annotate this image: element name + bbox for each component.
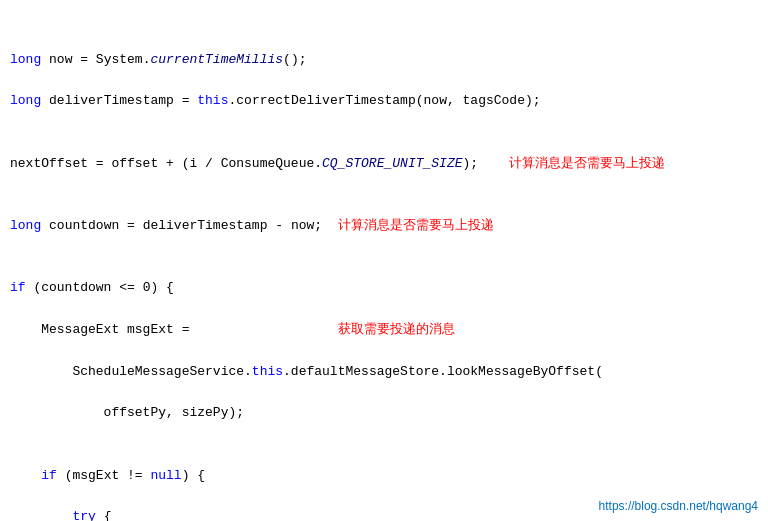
code-line-9: MessageExt msgExt = 获取需要投递的消息 [10, 320, 758, 341]
code-line-4: nextOffset = offset + (i / ConsumeQueue.… [10, 154, 758, 175]
code-line-13: if (msgExt != null) { [10, 466, 758, 487]
code-line-8: if (countdown <= 0) { [10, 278, 758, 299]
code-line-2: long deliverTimestamp = this.correctDeli… [10, 91, 758, 112]
watermark: https://blog.csdn.net/hqwang4 [599, 499, 758, 513]
code-line-6: long countdown = deliverTimestamp - now;… [10, 216, 758, 237]
code-line-10: ScheduleMessageService.this.defaultMessa… [10, 362, 758, 383]
code-editor: long now = System.currentTimeMillis(); l… [0, 0, 768, 521]
code-line-11: offsetPy, sizePy); [10, 403, 758, 424]
code-line-1: long now = System.currentTimeMillis(); [10, 50, 758, 71]
